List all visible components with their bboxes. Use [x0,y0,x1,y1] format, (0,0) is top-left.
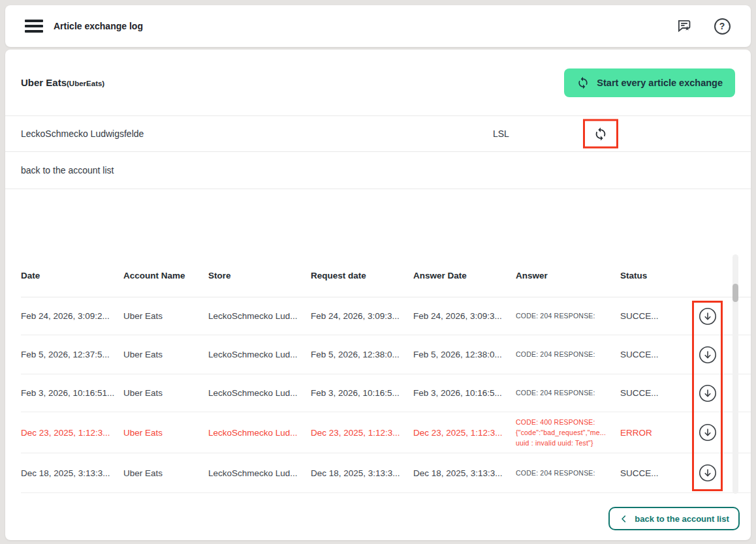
cell-account: Uber Eats [123,388,208,398]
back-link-label: back to the account list [21,165,114,175]
download-log-button[interactable] [699,346,717,364]
cell-status: SUCCE... [620,350,689,359]
cell-request-date: Feb 24, 2026, 3:09:3... [311,311,413,321]
cell-date: Feb 5, 2026, 12:37:5... [21,350,123,359]
download-icon [699,346,717,364]
cell-answer: CODE: 204 RESPONSE: [516,468,614,478]
table-row: Feb 3, 2026, 10:16:51... Uber Eats Lecko… [21,374,751,412]
cell-account: Uber Eats [123,350,208,359]
cell-answer-date: Feb 3, 2026, 10:16:5... [413,388,516,398]
col-header-request-date: Request date [311,271,413,280]
start-every-article-exchange-button[interactable]: Start every article exchange [564,68,735,97]
table-row: Feb 5, 2026, 12:37:5... Uber Eats LeckoS… [21,335,751,374]
table-row: Dec 18, 2025, 3:13:3... Uber Eats LeckoS… [21,453,751,493]
page-title: Article exchange log [54,21,143,31]
col-header-account-name: Account Name [123,271,208,280]
article-exchange-panel: Uber Eats(UberEats) Start every article … [5,50,751,540]
cell-account: Uber Eats [123,428,208,438]
col-header-answer-date: Answer Date [413,271,516,280]
download-icon [699,307,717,325]
cell-answer: CODE: 400 RESPONSE: {"code":"bad_request… [516,417,614,449]
cell-date: Feb 3, 2026, 10:16:51... [21,388,123,398]
cell-status: ERROR [620,428,689,438]
account-name: Uber Eats [21,77,67,88]
cell-request-date: Dec 23, 2025, 1:12:3... [311,428,413,438]
cell-answer-date: Dec 23, 2025, 1:12:3... [413,428,516,438]
cell-request-date: Dec 18, 2025, 3:13:3... [311,468,413,478]
help-icon[interactable]: ? [713,17,731,35]
download-icon [699,464,717,482]
annotation-box-refresh [583,119,618,149]
cell-store: LeckoSchmecko Lud... [208,468,311,478]
spacer [5,189,751,254]
col-header-answer: Answer [516,271,620,280]
col-header-date: Date [21,271,123,280]
store-name: LeckoSchmecko Ludwigsfelde [21,128,144,139]
cell-date: Feb 24, 2026, 3:09:2... [21,311,123,321]
cell-store: LeckoSchmecko Lud... [208,388,311,398]
sync-icon [576,76,590,89]
store-refresh-button[interactable] [591,125,610,143]
sync-icon [593,127,608,141]
cell-answer-date: Dec 18, 2025, 3:13:3... [413,468,516,478]
cell-request-date: Feb 5, 2026, 12:38:0... [311,350,413,359]
col-header-status: Status [620,271,689,280]
topbar-actions: ? [675,17,731,35]
cell-date: Dec 23, 2025, 1:12:3... [21,428,123,438]
start-button-label: Start every article exchange [597,78,723,88]
table-row-error: Dec 23, 2025, 1:12:3... Uber Eats LeckoS… [21,412,751,453]
cell-account: Uber Eats [123,468,208,478]
account-code: (UberEats) [67,80,104,87]
cell-answer: CODE: 204 RESPONSE: [516,310,614,321]
cell-status: SUCCE... [620,311,689,321]
chevron-left-icon [619,514,629,524]
download-log-button[interactable] [699,464,717,482]
back-to-account-list-link[interactable]: back to the account list [5,152,751,189]
cell-answer-date: Feb 5, 2026, 12:38:0... [413,350,516,359]
cell-answer-date: Feb 24, 2026, 3:09:3... [413,311,516,321]
feedback-review-icon[interactable] [675,17,693,35]
exchange-log-table: Date Account Name Store Request date Ans… [5,254,751,493]
download-icon [699,423,717,442]
cell-date: Dec 18, 2025, 3:13:3... [21,468,123,478]
cell-store: LeckoSchmecko Lud... [208,311,311,321]
back-to-account-list-button[interactable]: back to the account list [608,507,740,530]
account-header: Uber Eats(UberEats) Start every article … [5,50,751,115]
download-icon [699,384,717,402]
cell-answer: CODE: 204 RESPONSE: [516,387,614,398]
back-button-label: back to the account list [635,514,729,524]
cell-store: LeckoSchmecko Lud... [208,428,311,438]
cell-status: SUCCE... [620,388,689,398]
store-row: LeckoSchmecko Ludwigsfelde LSL [5,115,751,152]
top-app-bar: Article exchange log ? [5,5,751,47]
cell-answer: CODE: 204 RESPONSE: [516,349,614,359]
cell-store: LeckoSchmecko Lud... [208,350,311,359]
table-row: Feb 24, 2026, 3:09:2... Uber Eats LeckoS… [21,297,751,335]
download-log-button[interactable] [699,423,717,442]
cell-status: SUCCE... [620,468,689,478]
table-scrollbar [732,254,738,494]
hamburger-menu-icon[interactable] [25,20,43,33]
cell-account: Uber Eats [123,311,208,321]
col-header-store: Store [208,271,311,280]
account-title: Uber Eats(UberEats) [21,77,104,89]
download-log-button[interactable] [699,384,717,402]
scrollbar-thumb[interactable] [732,284,738,302]
download-log-button[interactable] [699,307,717,325]
cell-request-date: Feb 3, 2026, 10:16:5... [311,388,413,398]
store-short-code: LSL [493,128,509,139]
table-header-row: Date Account Name Store Request date Ans… [21,254,751,297]
